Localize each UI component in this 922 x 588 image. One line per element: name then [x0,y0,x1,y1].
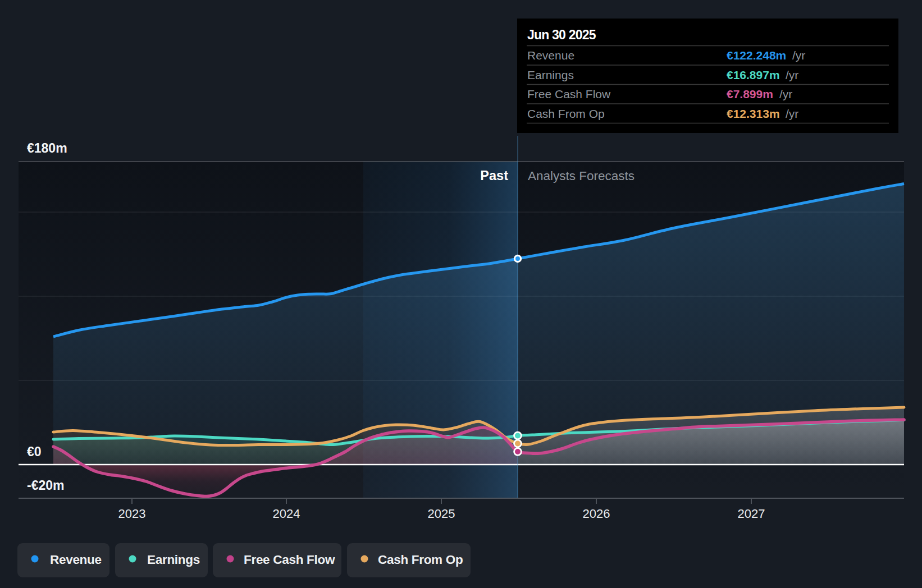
svg-text:-€20m: -€20m [27,478,64,493]
svg-text:€122.248m: €122.248m [727,49,786,62]
svg-text:/yr: /yr [779,88,792,100]
svg-text:/yr: /yr [792,49,805,62]
svg-text:/yr: /yr [786,107,798,120]
svg-text:Cash From Op: Cash From Op [378,553,463,567]
svg-text:Earnings: Earnings [147,553,200,567]
svg-text:2024: 2024 [273,507,300,521]
svg-text:€180m: €180m [27,141,67,155]
svg-text:2025: 2025 [428,507,455,521]
svg-text:Revenue: Revenue [527,49,574,62]
svg-text:€16.897m: €16.897m [727,68,780,81]
svg-text:€0: €0 [27,444,42,459]
svg-text:2026: 2026 [583,507,610,521]
svg-text:Free Cash Flow: Free Cash Flow [244,553,335,567]
svg-text:Jun 30 2025: Jun 30 2025 [527,27,596,42]
svg-text:/yr: /yr [786,68,798,81]
svg-text:Earnings: Earnings [527,68,574,81]
svg-text:Cash From Op: Cash From Op [527,107,605,120]
svg-text:Free Cash Flow: Free Cash Flow [527,88,611,100]
svg-text:€12.313m: €12.313m [727,107,780,120]
svg-text:Analysts Forecasts: Analysts Forecasts [528,169,635,183]
svg-text:Revenue: Revenue [50,553,102,567]
svg-text:2027: 2027 [738,507,765,521]
svg-text:Past: Past [480,168,508,183]
svg-text:2023: 2023 [118,507,146,521]
svg-text:€7.899m: €7.899m [727,88,773,100]
